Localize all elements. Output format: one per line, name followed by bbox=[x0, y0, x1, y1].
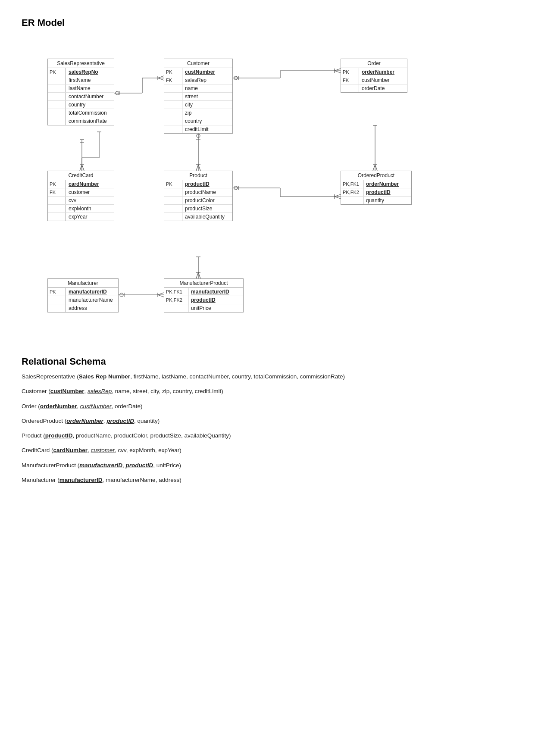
key-customer-cc: FK bbox=[48, 188, 66, 196]
key-cardnumber: PK bbox=[48, 180, 66, 188]
key-commissionrate bbox=[48, 117, 66, 125]
svg-line-30 bbox=[373, 165, 375, 171]
svg-line-19 bbox=[80, 165, 82, 171]
schema-product: Product (productID, productName, product… bbox=[22, 431, 513, 440]
svg-line-50 bbox=[158, 293, 164, 295]
svg-line-44 bbox=[196, 272, 198, 278]
svg-line-13 bbox=[335, 69, 341, 71]
svg-line-51 bbox=[158, 295, 164, 297]
key-city-c bbox=[164, 101, 182, 109]
svg-point-48 bbox=[120, 293, 123, 297]
svg-point-3 bbox=[116, 91, 119, 95]
er-model-title: ER Model bbox=[22, 17, 513, 28]
field-productsize: productSize bbox=[182, 205, 232, 212]
pkfk-productid-mp: productID bbox=[126, 462, 153, 469]
field-manufacturername: manufacturerName bbox=[66, 296, 118, 304]
field-address-m: address bbox=[66, 304, 118, 312]
entity-order: Order PKorderNumber FKcustNumber orderDa… bbox=[341, 59, 407, 93]
fk-customer-cc: customer bbox=[91, 447, 115, 453]
schema-salesrep: SalesRepresentative (Sales Rep Number, f… bbox=[22, 372, 513, 381]
pkfk-ordernumber: orderNumber bbox=[66, 418, 103, 424]
key-manufacturername bbox=[48, 296, 66, 304]
entity-header-customer: Customer bbox=[164, 59, 232, 68]
schema-manufacturer: Manufacturer (manufacturerID, manufactur… bbox=[22, 476, 513, 484]
key-orderdate bbox=[341, 84, 359, 92]
field-cardnumber: cardNumber bbox=[66, 180, 114, 188]
schema-order: Order (orderNumber, custNumber, orderDat… bbox=[22, 402, 513, 411]
entity-header-manufacturer: Manufacturer bbox=[48, 279, 118, 288]
svg-line-40 bbox=[335, 197, 341, 199]
key-zip-c bbox=[164, 109, 182, 117]
er-diagram: SalesRepresentative PKsalesRepNo firstNa… bbox=[22, 37, 496, 339]
entity-manufacturer: Manufacturer PKmanufacturerID manufactur… bbox=[47, 278, 119, 312]
field-country-c: country bbox=[182, 117, 232, 125]
entity-creditcard: CreditCard PKcardNumber FKcustomer cvv e… bbox=[47, 171, 114, 221]
fk-custnumber: custNumber bbox=[80, 403, 112, 409]
field-salesrep-c: salesRep bbox=[182, 76, 232, 84]
entity-header-manufacturerproduct: ManufacturerProduct bbox=[164, 279, 243, 288]
key-productid: PK bbox=[164, 180, 182, 188]
key-productcolor bbox=[164, 197, 182, 204]
key-custnumber-o: FK bbox=[341, 76, 359, 84]
field-productname: productName bbox=[182, 188, 232, 196]
field-productcolor: productColor bbox=[182, 197, 232, 204]
field-contactnumber: contactNumber bbox=[66, 93, 114, 100]
field-city-c: city bbox=[182, 101, 232, 109]
key-firstname bbox=[48, 76, 66, 84]
field-cvv: cvv bbox=[66, 197, 114, 204]
field-ordernumber: orderNumber bbox=[359, 68, 407, 76]
entity-header-creditcard: CreditCard bbox=[48, 171, 114, 180]
schema-creditcard: CreditCard (cardNumber, customer, cvv, e… bbox=[22, 446, 513, 455]
relational-schema-section: Relational Schema SalesRepresentative (S… bbox=[22, 356, 513, 484]
svg-line-5 bbox=[158, 76, 164, 78]
fk-salesrep: salesRep bbox=[88, 388, 112, 394]
key-manufacturerid: PK bbox=[48, 288, 66, 296]
entity-product: Product PKproductID productName productC… bbox=[164, 171, 233, 221]
key-availablequantity bbox=[164, 213, 182, 221]
field-country-sr: country bbox=[66, 101, 114, 109]
key-productid-op: PK,FK2 bbox=[341, 188, 363, 196]
key-lastname bbox=[48, 84, 66, 92]
key-productsize bbox=[164, 205, 182, 212]
entity-manufacturerproduct: ManufacturerProduct PK,FK1manufacturerID… bbox=[164, 278, 244, 312]
key-manufacturerid-mp: PK,FK1 bbox=[164, 288, 188, 296]
pk-salesrepno: Sales Rep Number bbox=[79, 373, 130, 380]
key-expmonth bbox=[48, 205, 66, 212]
field-productid-op: productID bbox=[363, 188, 411, 196]
field-quantity-op: quantity bbox=[363, 197, 411, 204]
svg-point-11 bbox=[234, 76, 238, 80]
pkfk-manufacturerid: manufacturerID bbox=[79, 462, 122, 469]
schema-manufacturerproduct: ManufacturerProduct (manufacturerID, pro… bbox=[22, 461, 513, 470]
field-salesrepno: salesRepNo bbox=[66, 68, 114, 76]
svg-line-26 bbox=[196, 165, 198, 171]
svg-point-24 bbox=[197, 134, 200, 137]
svg-line-45 bbox=[198, 272, 200, 278]
key-name-c bbox=[164, 84, 182, 92]
field-zip-c: zip bbox=[182, 109, 232, 117]
svg-line-14 bbox=[335, 71, 341, 73]
pk-ordernumber: orderNumber bbox=[40, 403, 77, 409]
schema-customer: Customer (custNumber, salesRep, name, st… bbox=[22, 387, 513, 396]
pk-cardnumber: cardNumber bbox=[53, 447, 88, 453]
key-country-sr bbox=[48, 101, 66, 109]
field-commissionrate: commissionRate bbox=[66, 117, 114, 125]
svg-line-31 bbox=[375, 165, 377, 171]
schema-orderedproduct: OrderedProduct (orderNumber, productID, … bbox=[22, 417, 513, 425]
key-address-m bbox=[48, 304, 66, 312]
field-manufacturerid-mp: manufacturerID bbox=[188, 288, 243, 296]
field-custnumber: custNumber bbox=[182, 68, 232, 76]
pk-custnumber: custNumber bbox=[50, 388, 84, 394]
entity-customer: Customer PKcustNumber FKsalesRep name st… bbox=[164, 59, 233, 134]
key-creditlimit bbox=[164, 125, 182, 133]
field-totalcommission: totalCommission bbox=[66, 109, 114, 117]
entity-orderedproduct: OrderedProduct PK,FK1orderNumber PK,FK2p… bbox=[341, 171, 412, 205]
pk-manufacturerid: manufacturerID bbox=[59, 477, 103, 483]
field-ordernumber-op: orderNumber bbox=[363, 180, 411, 188]
key-cvv bbox=[48, 197, 66, 204]
field-name-c: name bbox=[182, 84, 232, 92]
svg-line-27 bbox=[198, 165, 200, 171]
key-contactnumber bbox=[48, 93, 66, 100]
entity-salesrep: SalesRepresentative PKsalesRepNo firstNa… bbox=[47, 59, 114, 125]
entity-header-salesrep: SalesRepresentative bbox=[48, 59, 114, 68]
key-custnumber: PK bbox=[164, 68, 182, 76]
